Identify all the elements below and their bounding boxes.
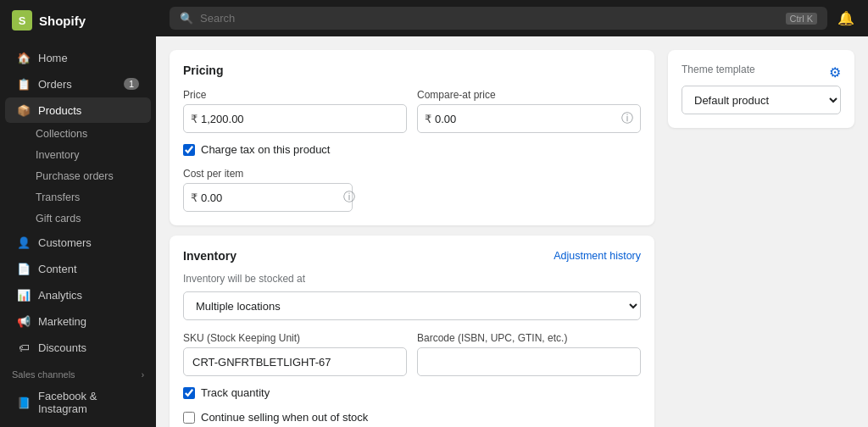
sidebar-subitem-gift-cards[interactable]: Gift cards xyxy=(5,208,151,229)
sidebar-item-online-store[interactable]: 🏪 Online Store xyxy=(5,422,151,427)
compare-price-label: Compare-at price xyxy=(417,89,641,101)
sidebar-item-customers[interactable]: 👤 Customers xyxy=(5,230,151,255)
inventory-card: Inventory Adjustment history Inventory w… xyxy=(170,236,654,427)
sku-label: SKU (Stock Keeping Unit) xyxy=(183,332,407,344)
price-currency-symbol: ₹ xyxy=(191,113,198,125)
app-name: Shopify xyxy=(39,14,86,28)
sidebar-subitem-transfers[interactable]: Transfers xyxy=(5,187,151,208)
sidebar-item-analytics[interactable]: 📊 Analytics xyxy=(5,282,151,308)
sidebar-subitem-collections[interactable]: Collections xyxy=(5,124,151,144)
price-input-wrapper: ₹ xyxy=(183,104,407,133)
track-quantity-checkbox[interactable] xyxy=(183,387,195,399)
sidebar-item-label: Content xyxy=(38,263,77,275)
sidebar-item-label: Analytics xyxy=(38,289,82,302)
continue-selling-checkbox[interactable] xyxy=(183,412,195,424)
marketing-icon: 📢 xyxy=(17,314,31,328)
cost-input-wrapper: ₹ ⓘ xyxy=(183,183,353,212)
charge-tax-label: Charge tax on this product xyxy=(201,143,330,156)
shopify-icon: S xyxy=(12,10,32,30)
search-icon: 🔍 xyxy=(180,12,193,25)
sidebar-item-marketing[interactable]: 📢 Marketing xyxy=(5,308,151,334)
facebook-icon: 📘 xyxy=(17,396,31,409)
cost-field-group: Cost per item ₹ ⓘ xyxy=(183,168,353,212)
transfers-label: Transfers xyxy=(36,191,80,203)
cost-input[interactable] xyxy=(201,191,343,204)
sidebar-subitem-inventory[interactable]: Inventory xyxy=(5,145,151,165)
price-field-group: Price ₹ xyxy=(183,89,407,133)
theme-template-label: Theme template xyxy=(682,64,755,75)
facebook-label: Facebook & Instagram xyxy=(38,390,139,415)
continue-selling-row: Continue selling when out of stock xyxy=(183,411,641,424)
theme-settings-icon[interactable]: ⚙ xyxy=(829,64,841,80)
sidebar: S Shopify 🏠 Home 📋 Orders 1 📦 Products C… xyxy=(0,0,156,427)
home-icon: 🏠 xyxy=(17,51,31,64)
cost-info-icon[interactable]: ⓘ xyxy=(343,190,355,205)
compare-price-field-group: Compare-at price ₹ ⓘ xyxy=(417,89,641,133)
sidebar-item-discounts[interactable]: 🏷 Discounts xyxy=(5,335,151,360)
sidebar-item-label: Home xyxy=(38,52,68,64)
sidebar-item-label: Discounts xyxy=(38,341,86,354)
barcode-input[interactable] xyxy=(417,347,641,376)
pricing-title: Pricing xyxy=(183,64,641,77)
inventory-header: Inventory Adjustment history xyxy=(183,249,641,263)
customers-icon: 👤 xyxy=(17,236,31,249)
sku-field-group: SKU (Stock Keeping Unit) xyxy=(183,332,407,376)
cost-label: Cost per item xyxy=(183,168,353,180)
continue-selling-label: Continue selling when out of stock xyxy=(201,411,368,424)
compare-input-wrapper: ₹ ⓘ xyxy=(417,104,641,133)
compare-currency-symbol: ₹ xyxy=(425,113,431,125)
search-shortcut: Ctrl K xyxy=(786,13,818,25)
sidebar-item-label: Products xyxy=(38,104,81,117)
search-box[interactable]: 🔍 Ctrl K xyxy=(170,7,827,30)
pricing-card: Pricing Price ₹ Compare-at price ₹ xyxy=(170,50,654,225)
sales-channels-label: Sales channels xyxy=(12,369,75,380)
cost-currency-symbol: ₹ xyxy=(191,191,198,204)
charge-tax-checkbox[interactable] xyxy=(183,144,195,156)
sidebar-item-products[interactable]: 📦 Products xyxy=(5,97,151,123)
sidebar-item-label: Customers xyxy=(38,236,92,249)
sidebar-item-content[interactable]: 📄 Content xyxy=(5,256,151,281)
center-column: Pricing Price ₹ Compare-at price ₹ xyxy=(170,50,654,413)
sidebar-item-orders[interactable]: 📋 Orders 1 xyxy=(5,71,151,97)
search-input[interactable] xyxy=(200,12,779,25)
theme-template-select[interactable]: Default product Custom xyxy=(682,86,841,114)
page-body: Pricing Price ₹ Compare-at price ₹ xyxy=(156,36,868,427)
charge-tax-row: Charge tax on this product xyxy=(183,143,641,156)
topbar: 🔍 Ctrl K 🔔 xyxy=(156,0,868,36)
track-quantity-row: Track quantity xyxy=(183,386,641,399)
barcode-field-group: Barcode (ISBN, UPC, GTIN, etc.) xyxy=(417,332,641,376)
location-select[interactable]: Multiple locations Single location xyxy=(183,291,641,320)
products-icon: 📦 xyxy=(17,103,31,117)
app-logo[interactable]: S Shopify xyxy=(0,0,156,41)
collections-label: Collections xyxy=(36,128,87,140)
price-row: Price ₹ Compare-at price ₹ ⓘ xyxy=(183,89,641,133)
compare-info-icon[interactable]: ⓘ xyxy=(621,111,633,126)
sidebar-item-facebook-instagram[interactable]: 📘 Facebook & Instagram xyxy=(5,384,151,421)
sku-input[interactable] xyxy=(183,347,407,376)
sidebar-subitem-purchase-orders[interactable]: Purchase orders xyxy=(5,166,151,186)
sku-barcode-row: SKU (Stock Keeping Unit) Barcode (ISBN, … xyxy=(183,332,641,376)
gift-cards-label: Gift cards xyxy=(36,213,81,225)
content-icon: 📄 xyxy=(17,262,31,275)
price-input[interactable] xyxy=(201,113,399,125)
barcode-label: Barcode (ISBN, UPC, GTIN, etc.) xyxy=(417,332,641,344)
purchase-orders-label: Purchase orders xyxy=(36,170,114,182)
orders-icon: 📋 xyxy=(17,77,31,91)
sidebar-nav: 🏠 Home 📋 Orders 1 📦 Products Collections… xyxy=(0,41,156,427)
theme-template-card: Theme template ⚙ Default product Custom xyxy=(668,50,854,128)
orders-badge: 1 xyxy=(124,78,139,90)
expand-icon: › xyxy=(142,370,144,380)
compare-price-input[interactable] xyxy=(435,113,621,125)
adjustment-history-link[interactable]: Adjustment history xyxy=(554,250,641,262)
discounts-icon: 🏷 xyxy=(17,341,31,354)
inventory-title: Inventory xyxy=(183,249,236,263)
sidebar-item-label: Marketing xyxy=(38,315,86,328)
track-quantity-label: Track quantity xyxy=(201,386,270,399)
right-column: Theme template ⚙ Default product Custom xyxy=(668,50,854,413)
sidebar-item-label: Orders xyxy=(38,78,72,91)
price-label: Price xyxy=(183,89,407,101)
sales-channels-section: Sales channels › xyxy=(0,361,156,383)
notification-bell-icon[interactable]: 🔔 xyxy=(837,10,854,26)
sidebar-item-home[interactable]: 🏠 Home xyxy=(5,45,151,70)
analytics-icon: 📊 xyxy=(17,288,31,302)
